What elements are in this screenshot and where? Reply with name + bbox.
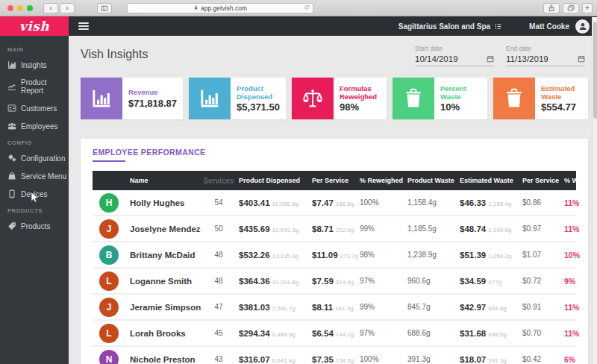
cell-product-dispensed-value: $435.69 — [239, 225, 270, 233]
table-row-lorah-brooks[interactable]: LLorah Brooks45$294.346,489.9g$6.54144.2… — [93, 321, 576, 347]
vish-logo[interactable]: vish — [0, 16, 69, 36]
cell-waste-pct: 9% — [560, 277, 576, 286]
tab-employee-performance[interactable]: EMPLOYEE PERFORMANCE — [93, 148, 576, 157]
col-header-per-service: Per Service — [518, 177, 560, 184]
cell-product-dispensed: $403.4110,085.6g — [234, 198, 307, 207]
browser-back-button[interactable]: ‹ — [43, 3, 58, 13]
cell-reweighed: 100% — [355, 355, 403, 363]
sidebar-item-product-report[interactable]: Product Report — [0, 74, 69, 99]
cell-product-dispensed-grams: 13,135.4g — [272, 253, 299, 260]
zoom-window-button[interactable] — [27, 5, 33, 11]
browser-forward-button[interactable]: › — [60, 3, 75, 13]
kpi-icon-box — [189, 78, 231, 119]
cell-product-waste-value: 1,185.5g — [407, 225, 437, 233]
cell-reweighed-value: 100% — [360, 355, 379, 363]
cell-estimated-waste-grams: 977g — [488, 279, 501, 286]
col-header-product-waste: Product Waste — [403, 177, 455, 184]
sidebar-item-customers[interactable]: Customers — [0, 99, 69, 117]
cell-name-value: Lorah Brooks — [130, 329, 186, 338]
table-row-holly-hughes[interactable]: HHolly Hughes54$403.4110,085.6g$7.47186.… — [93, 190, 576, 216]
cell-product-waste: 960.6g — [403, 277, 455, 285]
cell-per-service-waste: $1.07 — [518, 251, 560, 259]
cell-waste-pct: 11% — [560, 303, 579, 312]
sidebar-item-insights[interactable]: Insights — [0, 56, 69, 74]
cell-per-service-waste-value: $0.86 — [522, 198, 541, 207]
sidebar-section-label: MAIN — [0, 42, 69, 56]
cell-waste-pct-value: 10% — [564, 251, 580, 260]
cell-services: 47 — [203, 303, 234, 311]
new-tab-button[interactable]: + — [582, 3, 593, 13]
cell-product-waste-value: 1,238.9g — [407, 251, 437, 259]
table-row-joselyne-mendez[interactable]: JJoselyne Mendez50$435.6910,643.3g$8.712… — [93, 216, 576, 242]
trash-icon — [403, 88, 424, 109]
sidebar-item-label: Employees — [21, 122, 57, 131]
sidebar-item-devices[interactable]: Devices — [0, 185, 69, 203]
salon-selector[interactable]: Sagittarius Salon and Spa — [398, 22, 502, 31]
cell-name-value: Joselyne Mendez — [130, 225, 201, 233]
start-date-label: Start date — [415, 45, 494, 52]
sidebar-item-service-menu[interactable]: Service Menu — [0, 167, 69, 185]
traffic-lights — [7, 5, 33, 11]
cell-per-service-waste: $0.70 — [518, 329, 560, 337]
cell-per-service-waste-value: $1.07 — [522, 251, 541, 259]
cell-reweighed-value: 99% — [360, 225, 375, 233]
cell-estimated-waste-grams: 1,158.4g — [488, 201, 511, 207]
sidebar-item-employees[interactable]: Employees — [0, 117, 69, 135]
minimize-window-button[interactable] — [17, 5, 23, 11]
cell-product-dispensed-value: $403.41 — [239, 198, 270, 207]
table-row-brittany-mcdaid[interactable]: BBrittany McDaid48$532.2613,135.4g$11.09… — [93, 242, 576, 269]
cell-per-service: $8.11161.3g — [307, 303, 355, 312]
cell-per-service-grams: 214.4g — [336, 279, 354, 286]
cell-product-dispensed-value: $294.34 — [239, 329, 270, 338]
browser-sidebar-toggle-button[interactable] — [97, 3, 112, 13]
lock-icon — [193, 4, 199, 12]
url-bar[interactable]: app.getvish.com — [127, 3, 313, 13]
close-window-button[interactable] — [7, 5, 13, 11]
cell-waste-pct-value: 11% — [564, 329, 579, 338]
cell-reweighed-value: 97% — [360, 329, 375, 337]
cell-reweighed-value: 99% — [360, 303, 375, 311]
cell-product-waste-value: 1,158.4g — [407, 198, 437, 207]
sidebar-item-label: Products — [21, 222, 50, 230]
tab-overview-button[interactable] — [563, 3, 579, 13]
cell-name-value: Loganne Smith — [130, 277, 192, 286]
end-date-field[interactable]: End date 11/13/2019 — [506, 45, 585, 66]
reload-icon[interactable] — [304, 4, 310, 12]
sidebar-item-products[interactable]: Products — [0, 217, 69, 235]
table-row-nichole-preston[interactable]: NNichole Preston43$316.076,641.4g$7.3515… — [93, 347, 576, 364]
cell-product-waste: 1,158.4g — [403, 198, 455, 207]
cell-estimated-waste-grams: 1,190.6g — [488, 227, 511, 233]
end-date-value: 11/13/2019 — [506, 54, 548, 63]
kpi-value: $5,371.50 — [237, 101, 280, 113]
scrollbar-thumb[interactable] — [593, 22, 597, 119]
table-row-loganne-smith[interactable]: LLoganne Smith48$364.3610,291.8g$7.59214… — [93, 269, 576, 295]
cell-product-dispensed-grams: 7,580.7g — [272, 305, 296, 312]
employee-avatar: B — [99, 245, 119, 265]
cell-services-value: 48 — [214, 251, 222, 259]
shopping-bag-icon — [7, 172, 16, 181]
kpi-label: Formulas Reweighed — [340, 84, 381, 101]
cell-product-dispensed: $435.6910,643.3g — [234, 225, 307, 233]
kpi-card-formulas-reweighed: Formulas Reweighed98% — [292, 78, 387, 119]
sidebar: MAINInsightsProduct ReportCustomersEmplo… — [0, 36, 69, 364]
hamburger-menu-icon[interactable] — [78, 22, 89, 30]
page-scrollbar[interactable] — [592, 17, 597, 364]
cell-estimated-waste: $51.391,268.2g — [455, 251, 518, 260]
table-row-jeramie-simpson[interactable]: JJeramie Simpson47$381.037,580.7g$8.1116… — [93, 295, 576, 321]
user-avatar[interactable] — [575, 19, 590, 34]
tab-underline — [93, 160, 125, 162]
start-date-field[interactable]: Start date 10/14/2019 — [415, 45, 494, 66]
sidebar-item-configuration[interactable]: Configuration — [0, 149, 69, 167]
calendar-icon — [578, 55, 585, 63]
sidebar-item-label: Configuration — [21, 154, 65, 163]
share-button[interactable] — [543, 3, 560, 13]
cell-services-value: 45 — [214, 329, 222, 337]
cell-reweighed-value: 100% — [360, 198, 379, 207]
cell-estimated-waste-grams: 698.5g — [488, 331, 506, 338]
end-date-label: End date — [506, 45, 585, 52]
user-name: Matt Cooke — [529, 22, 569, 31]
cell-estimated-waste: $18.07391.3g — [455, 355, 518, 364]
cell-services-value: 43 — [214, 355, 222, 363]
sidebar-item-label: Customers — [21, 104, 57, 113]
kpi-card-revenue: Revenue$71,818.87 — [81, 78, 183, 119]
